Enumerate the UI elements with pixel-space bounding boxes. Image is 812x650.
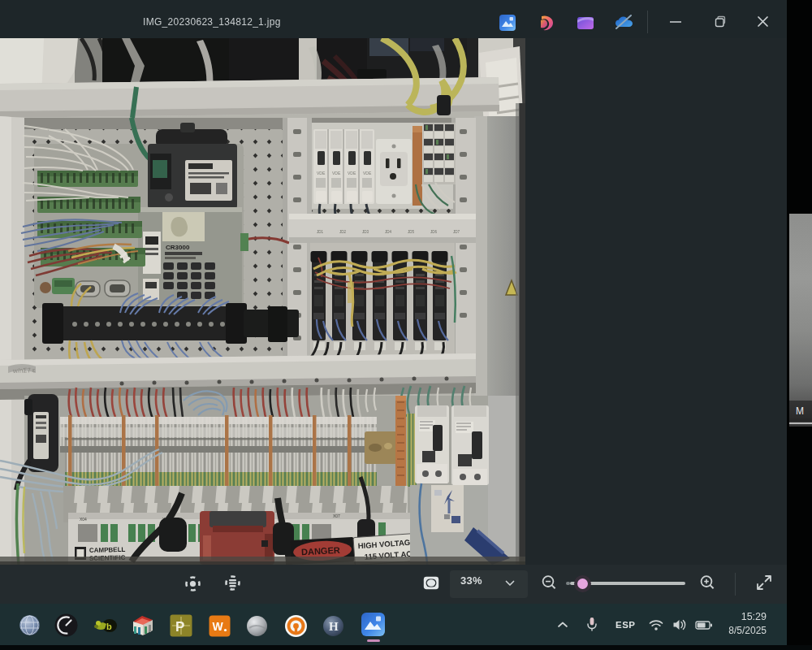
svg-text:VDE: VDE xyxy=(348,171,356,176)
svg-text:JD7: JD7 xyxy=(453,230,460,234)
svg-text:b: b xyxy=(106,622,112,631)
svg-text:H: H xyxy=(329,620,339,633)
svg-text:VDE: VDE xyxy=(317,171,326,176)
svg-text:W: W xyxy=(213,620,224,633)
svg-text:X04: X04 xyxy=(80,517,87,522)
svg-text:P: P xyxy=(175,619,184,635)
svg-text:CR3000: CR3000 xyxy=(166,244,190,251)
svg-text:DANGER: DANGER xyxy=(301,545,340,557)
svg-text:JD6: JD6 xyxy=(430,230,437,234)
svg-text:JD1: JD1 xyxy=(317,230,323,234)
svg-text:VDE: VDE xyxy=(363,171,372,176)
svg-text:CAMPBELL: CAMPBELL xyxy=(89,546,126,554)
svg-text:JD4: JD4 xyxy=(385,230,391,234)
svg-text:VDE: VDE xyxy=(332,171,341,176)
svg-text:JD2: JD2 xyxy=(339,230,346,234)
svg-text:JD5: JD5 xyxy=(408,230,414,234)
svg-text:X07: X07 xyxy=(333,514,340,518)
svg-text:JD3: JD3 xyxy=(362,230,369,234)
